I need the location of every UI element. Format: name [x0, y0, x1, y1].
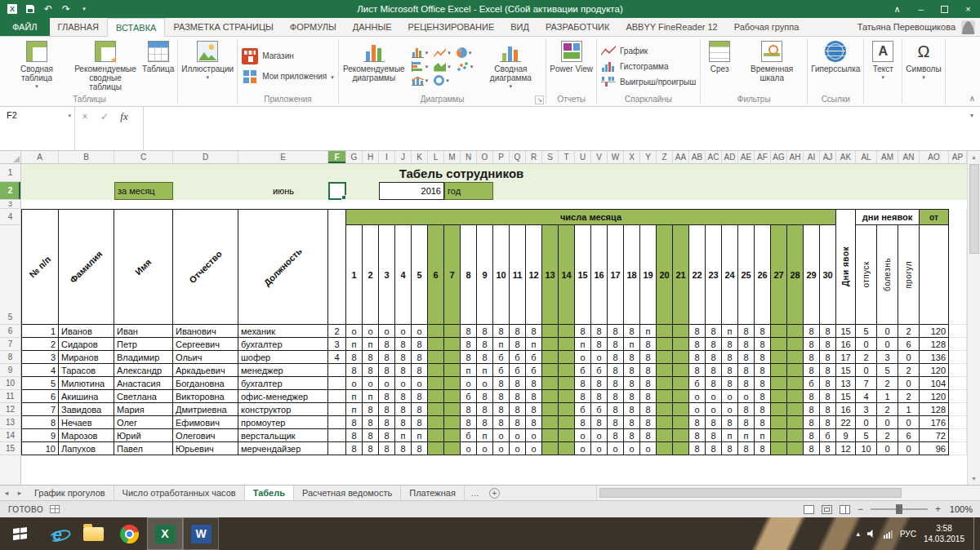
day-header-cell[interactable]: 2 — [363, 225, 379, 325]
taskbar-clock[interactable]: 3:58 14.03.2015 — [924, 523, 964, 544]
cell-day-15[interactable]: 8 — [575, 390, 591, 403]
cell-day-24[interactable]: 8 — [722, 442, 738, 455]
cell-day-17[interactable]: 8 — [608, 351, 624, 364]
row-header-gutter[interactable] — [0, 455, 21, 485]
cell-f-column[interactable]: 4 — [328, 351, 346, 364]
cell-vacation[interactable]: 0 — [856, 364, 877, 377]
cell-day-3[interactable]: 8 — [379, 429, 395, 442]
cell-day-26[interactable]: п — [755, 429, 771, 442]
ribbon-tab[interactable]: ДАННЫЕ — [345, 18, 400, 36]
cell-day-20[interactable] — [657, 403, 673, 416]
cell-day-5[interactable]: о — [412, 325, 428, 338]
header-cell-position[interactable]: Должность — [238, 209, 328, 325]
ribbon-button[interactable]: Сводная таблица▾ — [2, 38, 71, 94]
cell-day-18[interactable]: 8 — [624, 364, 640, 377]
column-header-G[interactable]: G — [346, 151, 363, 164]
cell[interactable] — [21, 182, 59, 200]
cell-position[interactable]: промоутер — [238, 416, 328, 429]
cell-day-27[interactable] — [771, 351, 787, 364]
cell-day-23[interactable]: 8 — [706, 429, 722, 442]
cell-empty[interactable] — [949, 351, 967, 364]
zoom-slider-thumb[interactable] — [896, 504, 902, 514]
cell-employee-number[interactable]: 9 — [21, 429, 59, 442]
cell-vacation[interactable]: 0 — [856, 416, 877, 429]
cell-day-29[interactable]: б — [804, 377, 820, 390]
day-header-cell[interactable]: 19 — [640, 225, 657, 325]
cell-day-24[interactable]: п — [722, 325, 738, 338]
cell-truancy[interactable]: 0 — [898, 416, 920, 429]
cell-vacation[interactable]: 2 — [856, 351, 877, 364]
cell-position[interactable]: менеджер — [238, 364, 328, 377]
ribbon-button[interactable]: Гиперссылка — [808, 38, 862, 94]
cell-position[interactable]: офис-менеджер — [238, 390, 328, 403]
cell-patronymic[interactable]: Ефимович — [173, 416, 238, 429]
cell-day-20[interactable] — [657, 325, 673, 338]
cell-day-22[interactable]: о — [689, 390, 706, 403]
cell-day-27[interactable] — [771, 364, 787, 377]
cell-day-4[interactable]: 8 — [395, 416, 412, 429]
cell-day-16[interactable]: о — [591, 429, 608, 442]
cell-surname[interactable]: Милютина — [59, 377, 114, 390]
cell-sick[interactable]: 5 — [877, 364, 898, 377]
cell-sick[interactable]: 0 — [877, 442, 898, 455]
cell-day-15[interactable]: 8 — [575, 377, 591, 390]
cell-day-16[interactable]: б — [591, 364, 608, 377]
cell-attend-days[interactable]: 15 — [836, 325, 856, 338]
cell-empty[interactable] — [949, 338, 967, 351]
row-header-1[interactable]: 1 — [0, 164, 21, 182]
cell-day-10[interactable]: б — [493, 351, 510, 364]
cell-day-2[interactable]: 8 — [363, 403, 379, 416]
column-header-Q[interactable]: Q — [510, 151, 526, 164]
cell-day-27[interactable] — [771, 377, 787, 390]
save-button[interactable] — [23, 2, 38, 16]
cell-day-4[interactable]: 8 — [395, 338, 412, 351]
cell-vacation[interactable]: 3 — [856, 403, 877, 416]
cell-patronymic[interactable]: Олегович — [173, 429, 238, 442]
row-header-3[interactable]: 3 — [0, 200, 21, 209]
day-header-cell[interactable]: 27 — [771, 225, 787, 325]
vertical-scrollbar[interactable]: ▲ ▼ — [967, 151, 980, 485]
cell-day-6[interactable] — [428, 377, 444, 390]
month-value-cell[interactable]: июнь — [238, 182, 328, 200]
ribbon-button[interactable]: ▾ — [457, 61, 474, 72]
cell-day-24[interactable]: 8 — [722, 338, 738, 351]
cell-day-22[interactable]: 8 — [689, 364, 706, 377]
cell-day-16[interactable]: 8 — [591, 325, 608, 338]
scroll-down-icon[interactable]: ▼ — [968, 472, 980, 485]
cell-day-28[interactable] — [787, 351, 804, 364]
insert-function-button[interactable]: fx — [114, 109, 134, 124]
cell-attend-days[interactable]: 15 — [836, 364, 856, 377]
ribbon-button[interactable]: Срез — [702, 38, 737, 94]
cell-day-25[interactable]: 8 — [738, 377, 755, 390]
hidden-icons-chevron-icon[interactable]: ▴ — [856, 530, 860, 538]
redo-button[interactable]: ↷ — [59, 2, 74, 16]
cell-day-3[interactable]: 8 — [379, 351, 395, 364]
cell-truancy[interactable]: 6 — [898, 338, 920, 351]
cell-vacation[interactable]: 5 — [856, 429, 877, 442]
ribbon-button[interactable]: Текст▾ — [865, 38, 901, 94]
cell-sick[interactable]: 2 — [877, 377, 898, 390]
cell-day-18[interactable]: 8 — [624, 403, 640, 416]
qat-customize-icon[interactable]: ▾ — [77, 2, 91, 16]
cell-day-3[interactable]: 8 — [379, 403, 395, 416]
column-header-M[interactable]: M — [444, 151, 461, 164]
zoom-level[interactable]: 100% — [948, 504, 973, 514]
day-header-cell[interactable]: 22 — [689, 225, 706, 325]
cell-employee-number[interactable]: 7 — [21, 403, 59, 416]
cell-day-28[interactable] — [787, 338, 804, 351]
cell-day-2[interactable]: о — [363, 325, 379, 338]
attendance-days-header[interactable]: Дни явок — [836, 209, 856, 325]
cell-day-16[interactable]: 8 — [591, 416, 608, 429]
cell-day-25[interactable]: 8 — [738, 338, 755, 351]
formula-input[interactable] — [144, 107, 964, 150]
cell-day-24[interactable]: 8 — [722, 377, 738, 390]
cell-hours[interactable]: 120 — [920, 390, 949, 403]
cell-first-name[interactable]: Иван — [114, 325, 173, 338]
cell-day-29[interactable]: 8 — [804, 338, 820, 351]
cell-day-7[interactable] — [444, 429, 461, 442]
cell-day-24[interactable]: п — [722, 429, 738, 442]
cell-hours[interactable]: 128 — [920, 403, 949, 416]
cell-day-17[interactable]: 8 — [608, 364, 624, 377]
cell-first-name[interactable]: Юрий — [114, 429, 173, 442]
column-header-AC[interactable]: AC — [706, 151, 722, 164]
